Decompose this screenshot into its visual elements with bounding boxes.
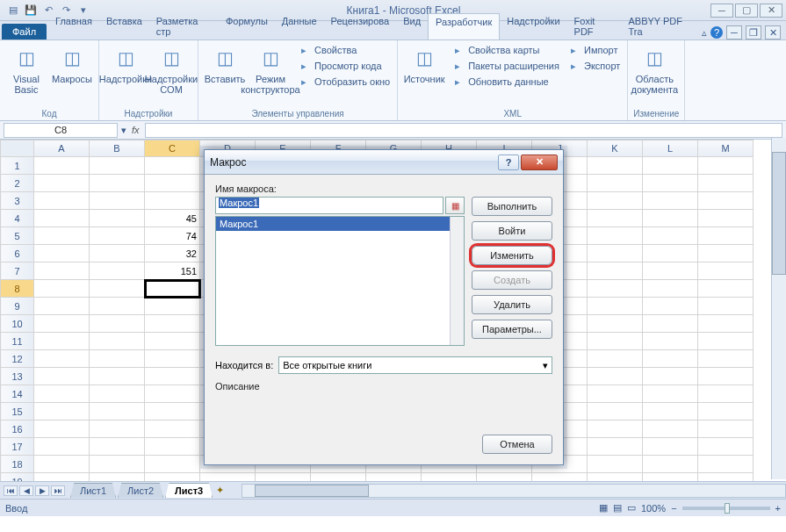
cell[interactable] bbox=[34, 315, 90, 333]
cell[interactable] bbox=[145, 280, 200, 298]
cell[interactable] bbox=[643, 262, 698, 280]
cell[interactable] bbox=[422, 473, 477, 482]
cell[interactable] bbox=[200, 473, 256, 482]
cell[interactable] bbox=[256, 473, 311, 482]
cell[interactable] bbox=[643, 438, 698, 456]
options-button[interactable]: Параметры... bbox=[472, 320, 552, 339]
ribbon-small-button[interactable]: ▸Отобразить окно bbox=[295, 74, 392, 90]
ribbon-tab-4[interactable]: Данные bbox=[275, 13, 324, 40]
cell[interactable] bbox=[588, 350, 643, 368]
cell[interactable] bbox=[643, 385, 698, 403]
row-header[interactable]: 13 bbox=[1, 368, 34, 385]
ribbon-tab-5[interactable]: Рецензирова bbox=[324, 13, 397, 40]
ribbon-tab-2[interactable]: Разметка стр bbox=[149, 13, 219, 40]
ribbon-tab-8[interactable]: Надстройки bbox=[500, 13, 566, 40]
help-icon[interactable]: ? bbox=[710, 26, 723, 39]
cell[interactable] bbox=[90, 350, 145, 368]
column-header[interactable]: B bbox=[90, 140, 145, 157]
row-header[interactable]: 17 bbox=[1, 438, 34, 456]
cell[interactable] bbox=[477, 473, 532, 482]
cell[interactable] bbox=[34, 385, 90, 403]
zoom-level[interactable]: 100% bbox=[641, 503, 666, 514]
cell[interactable] bbox=[34, 350, 90, 368]
formula-input[interactable] bbox=[145, 123, 782, 138]
maximize-button[interactable]: ▢ bbox=[735, 4, 758, 18]
cell[interactable] bbox=[643, 473, 698, 482]
view-break-icon[interactable]: ▭ bbox=[627, 502, 636, 514]
cell[interactable] bbox=[145, 473, 200, 482]
ribbon-small-button[interactable]: ▸Свойства карты bbox=[449, 42, 561, 58]
cell[interactable] bbox=[90, 227, 145, 245]
macro-list-scrollbar[interactable] bbox=[450, 217, 464, 345]
cell[interactable] bbox=[34, 262, 90, 280]
cell[interactable] bbox=[588, 403, 643, 421]
ribbon-big-button[interactable]: ◫Режимконструктора bbox=[249, 42, 292, 97]
ribbon-big-button[interactable]: ◫Макросы bbox=[51, 42, 93, 86]
delete-button[interactable]: Удалить bbox=[472, 295, 552, 314]
name-box[interactable]: C8 bbox=[4, 123, 118, 138]
macro-list-item[interactable]: Макрос1 bbox=[216, 217, 464, 231]
row-header[interactable]: 10 bbox=[1, 315, 34, 333]
cell[interactable] bbox=[588, 315, 643, 333]
cell[interactable] bbox=[90, 262, 145, 280]
cell[interactable] bbox=[145, 157, 200, 175]
sheet-first-icon[interactable]: ⏮ bbox=[4, 485, 18, 496]
sheet-tab[interactable]: Лист3 bbox=[165, 483, 213, 498]
dialog-help-button[interactable]: ? bbox=[498, 155, 519, 170]
cell[interactable] bbox=[90, 473, 145, 482]
cell[interactable] bbox=[588, 192, 643, 210]
cell[interactable] bbox=[588, 280, 643, 298]
cell[interactable]: 151 bbox=[145, 262, 200, 280]
cell[interactable] bbox=[698, 456, 754, 473]
cell[interactable] bbox=[90, 298, 145, 315]
cell[interactable] bbox=[34, 456, 90, 473]
cell[interactable] bbox=[588, 368, 643, 385]
cell[interactable] bbox=[145, 421, 200, 438]
cell[interactable] bbox=[643, 175, 698, 192]
cell[interactable] bbox=[90, 333, 145, 350]
cell[interactable] bbox=[145, 333, 200, 350]
cell[interactable] bbox=[698, 315, 754, 333]
cell[interactable] bbox=[90, 315, 145, 333]
cell[interactable] bbox=[643, 192, 698, 210]
cell[interactable] bbox=[145, 456, 200, 473]
cell[interactable] bbox=[643, 421, 698, 438]
cell[interactable] bbox=[311, 473, 366, 482]
sheet-prev-icon[interactable]: ◀ bbox=[19, 485, 33, 496]
cell[interactable] bbox=[643, 298, 698, 315]
cell[interactable] bbox=[34, 333, 90, 350]
row-header[interactable]: 16 bbox=[1, 421, 34, 438]
ribbon-small-button[interactable]: ▸Просмотр кода bbox=[295, 58, 392, 74]
view-normal-icon[interactable]: ▦ bbox=[599, 502, 608, 514]
row-header[interactable]: 7 bbox=[1, 262, 34, 280]
cell[interactable] bbox=[588, 385, 643, 403]
cell[interactable] bbox=[34, 298, 90, 315]
cell[interactable] bbox=[90, 438, 145, 456]
cell[interactable] bbox=[145, 315, 200, 333]
row-header[interactable]: 11 bbox=[1, 333, 34, 350]
cancel-button[interactable]: Отмена bbox=[482, 435, 552, 454]
cell[interactable] bbox=[588, 210, 643, 227]
cell[interactable] bbox=[643, 350, 698, 368]
column-header[interactable]: M bbox=[698, 140, 754, 157]
cell[interactable] bbox=[698, 298, 754, 315]
row-header[interactable]: 4 bbox=[1, 210, 34, 227]
ribbon-tab-10[interactable]: ABBYY PDF Tra bbox=[621, 13, 702, 40]
save-icon[interactable]: 💾 bbox=[23, 3, 39, 18]
cell[interactable] bbox=[34, 210, 90, 227]
cell[interactable] bbox=[145, 298, 200, 315]
row-header[interactable]: 5 bbox=[1, 227, 34, 245]
cell[interactable] bbox=[643, 368, 698, 385]
cell[interactable] bbox=[643, 245, 698, 262]
location-select[interactable]: Все открытые книги ▾ bbox=[278, 356, 552, 374]
edit-button[interactable]: Изменить bbox=[472, 246, 552, 265]
cell[interactable] bbox=[90, 175, 145, 192]
cell[interactable] bbox=[90, 368, 145, 385]
cell[interactable] bbox=[34, 157, 90, 175]
cell[interactable] bbox=[145, 385, 200, 403]
cell[interactable] bbox=[588, 456, 643, 473]
ribbon-small-button[interactable]: ▸Экспорт bbox=[565, 58, 622, 74]
cell[interactable] bbox=[698, 385, 754, 403]
sheet-tab[interactable]: Лист2 bbox=[118, 483, 163, 498]
cell[interactable] bbox=[34, 227, 90, 245]
